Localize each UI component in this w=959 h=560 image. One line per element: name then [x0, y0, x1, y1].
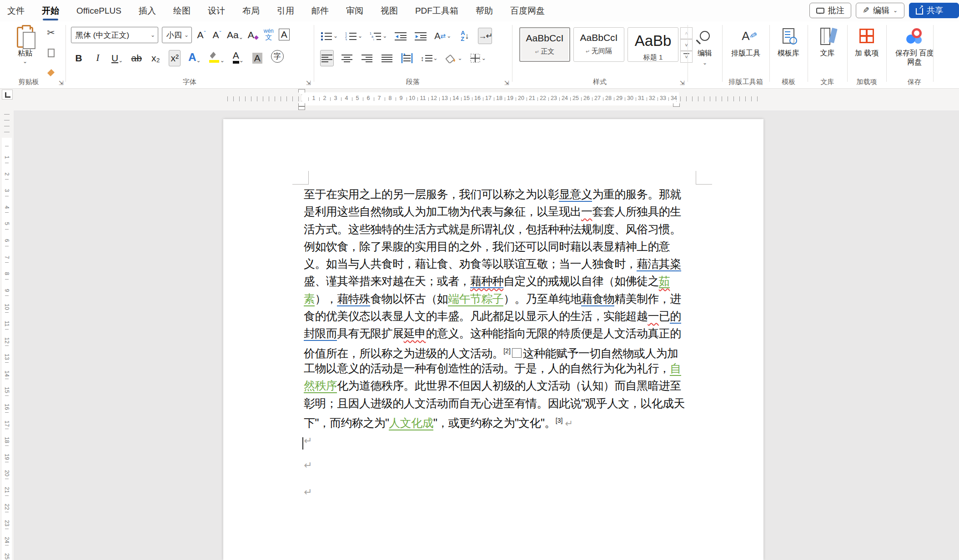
typeset-tools-button[interactable]: A✎ 排版工具 — [723, 26, 768, 58]
font-size-combo[interactable]: 小四 ⌄ — [162, 27, 192, 43]
menu-tab-3[interactable]: OfficePLUS — [75, 1, 122, 20]
font-dialog-launcher[interactable]: ⇲ — [306, 80, 311, 86]
find-edit-button[interactable]: 编辑 ⌄ — [688, 26, 721, 66]
asian-layout-button[interactable]: A ⇄⌄ — [434, 28, 452, 44]
numbering-button[interactable]: 123 ⌄ — [345, 28, 363, 44]
italic-button[interactable]: I — [92, 50, 104, 66]
borders-button[interactable]: ⌄ — [469, 50, 487, 66]
style-card-no-spacing[interactable]: AaBbCcI ↵ 无间隔 — [573, 27, 624, 62]
underline-button[interactable]: U⌄ — [111, 50, 123, 66]
hruler-number: 17 — [485, 95, 492, 101]
character-border-button[interactable]: A — [278, 27, 290, 43]
library-button[interactable]: 文库 — [808, 26, 846, 58]
vruler-tick — [5, 545, 9, 545]
hyperlink-text[interactable]: 茹 — [659, 275, 670, 288]
hruler-tick — [428, 97, 429, 101]
line-spacing-button[interactable]: ↕ ⌄ — [420, 50, 438, 66]
hyperlink-text[interactable]: 自 — [670, 362, 681, 376]
paragraph-dialog-launcher[interactable]: ⇲ — [504, 80, 509, 86]
hruler-tick — [570, 97, 571, 101]
text-run: 彰明；且因人进级的人文活动而自无心进至有情。因此说"观乎人文，以化成天 — [304, 397, 685, 410]
change-case-button[interactable]: Aa⌄ — [226, 27, 244, 43]
font-name-value: 黑体 (中文正文) — [75, 30, 129, 40]
save-to-baidu-button[interactable]: 保存到 百度网盘 — [887, 26, 942, 67]
menu-tab-13[interactable]: 帮助 — [475, 0, 494, 21]
editing-mode-button[interactable]: ✎ 编辑 ⌄ — [856, 3, 904, 18]
bold-button[interactable]: B — [73, 50, 85, 66]
editing-label: 编辑 — [873, 5, 889, 16]
template-gallery-button[interactable]: 模板库 — [770, 26, 807, 58]
text-line: 下"，而约称之为"人文化成"，或更约称之为"文化"。[3] ↵ — [304, 412, 681, 429]
style-card-heading1[interactable]: AaBb 标题 1 — [628, 27, 678, 62]
character-shading-button[interactable]: A — [251, 50, 263, 66]
increase-indent-button[interactable] — [414, 28, 427, 44]
font-name-combo[interactable]: 黑体 (中文正文) ⌄ — [71, 27, 158, 43]
hyperlink-text[interactable]: 端午节粽子 — [448, 292, 503, 306]
text-effects-button[interactable]: A⌄ — [188, 50, 201, 66]
vruler-text-area — [2, 138, 12, 560]
vruler-number: 10 — [4, 303, 10, 311]
svg-text:3: 3 — [345, 38, 347, 40]
shrink-font-button[interactable]: Aˇ — [211, 27, 223, 43]
align-left-button[interactable] — [320, 50, 334, 66]
svg-text:1: 1 — [345, 32, 347, 35]
vruler-tick — [5, 295, 9, 296]
vruler-number: 7 — [4, 253, 10, 261]
phonetic-guide-button[interactable]: wén文 — [263, 27, 275, 43]
enclose-characters-button[interactable]: 字 — [271, 50, 284, 66]
distribute-button[interactable] — [400, 50, 414, 66]
document-page[interactable]: 至于在实用之上的另一层服务，我们可以称之为以彰显意义为重的服务。那就是利用这些自… — [223, 119, 763, 560]
bullets-button[interactable]: ⌄ — [320, 28, 338, 44]
highlight-button[interactable]: ⌄ — [209, 50, 225, 66]
menu-tab-2[interactable]: 开始 — [41, 0, 60, 21]
comments-button[interactable]: 批注 — [809, 3, 851, 18]
justify-button[interactable] — [380, 50, 394, 66]
shading-button[interactable]: ⌄ — [445, 50, 463, 66]
decrease-indent-button[interactable] — [394, 28, 407, 44]
paste-button[interactable]: 粘贴 ⌄ — [10, 25, 40, 79]
hyperlink-text[interactable]: 然秩序 — [304, 379, 337, 393]
hruler-tick — [330, 97, 331, 101]
menu-tab-6[interactable]: 设计 — [207, 0, 226, 21]
font-color-button[interactable]: A⌄ — [232, 50, 244, 66]
menu-tab-1[interactable]: 文件 — [6, 0, 25, 21]
text-run: 为重的服务。那就 — [592, 188, 681, 200]
show-hide-marks-button[interactable]: →↵ — [478, 28, 492, 44]
hyperlink-text[interactable]: 素 — [304, 292, 315, 306]
hruler-number: 18 — [496, 95, 502, 101]
hruler-number: 31 — [638, 95, 644, 101]
clear-formatting-button[interactable]: A◆ — [247, 27, 259, 43]
menu-tab-14[interactable]: 百度网盘 — [509, 0, 546, 21]
missing-glyph-box — [512, 348, 522, 358]
menu-tab-9[interactable]: 邮件 — [311, 0, 330, 21]
styles-dialog-launcher[interactable]: ⇲ — [680, 80, 685, 86]
sort-button[interactable]: AZ↓ — [458, 28, 472, 44]
menu-tab-10[interactable]: 审阅 — [345, 0, 364, 21]
tab-selector[interactable] — [2, 90, 13, 100]
left-indent-marker[interactable] — [298, 106, 305, 110]
align-center-button[interactable] — [340, 50, 354, 66]
vruler-tick — [5, 229, 9, 230]
cut-button[interactable]: ✂ — [44, 26, 58, 40]
document-text[interactable]: 至于在实用之上的另一层服务，我们可以称之为以彰显意义为重的服务。那就是利用这些自… — [304, 185, 681, 429]
paragraph-mark: ↵ — [304, 435, 312, 447]
menu-tab-8[interactable]: 引用 — [276, 0, 295, 21]
addins-button[interactable]: 加 载项 — [848, 26, 885, 58]
style-card-normal[interactable]: AaBbCcI ↵ 正文 — [519, 27, 570, 62]
menu-tab-11[interactable]: 视图 — [380, 0, 399, 21]
strikethrough-button[interactable]: ab — [131, 50, 142, 66]
text-cursor — [302, 437, 303, 450]
align-right-button[interactable] — [360, 50, 374, 66]
grow-font-button[interactable]: Aˆ — [196, 27, 207, 43]
menu-tab-5[interactable]: 绘图 — [172, 0, 191, 21]
clipboard-dialog-launcher[interactable]: ⇲ — [59, 80, 64, 86]
menu-tab-4[interactable]: 插入 — [138, 0, 157, 21]
subscript-button[interactable]: x₂ — [150, 50, 161, 66]
menu-tab-7[interactable]: 布局 — [241, 0, 261, 21]
menu-tab-12[interactable]: PDF工具箱 — [414, 0, 459, 21]
multilevel-list-button[interactable]: 1ai ⌄ — [369, 28, 387, 44]
hyperlink-text[interactable]: 人文化成 — [389, 416, 433, 430]
copy-button[interactable] — [44, 46, 58, 60]
share-button[interactable]: 共享 — [909, 3, 959, 18]
superscript-button[interactable]: x² — [169, 50, 181, 66]
